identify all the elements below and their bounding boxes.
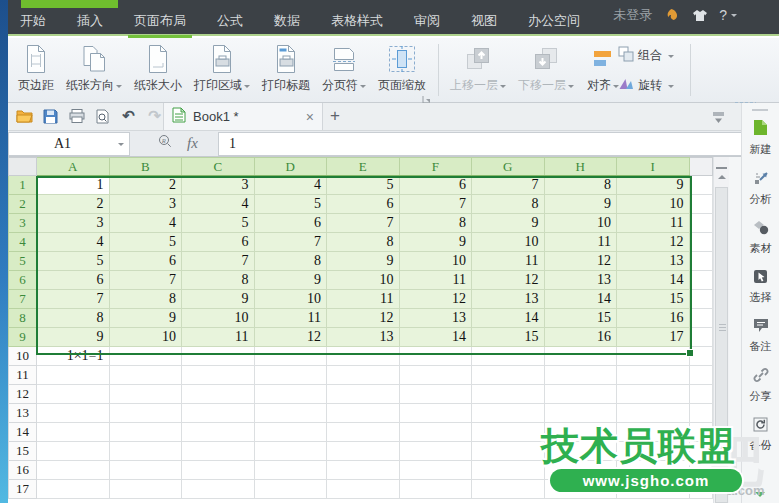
cell-A1[interactable]: 1	[37, 176, 110, 195]
cell-A16[interactable]	[37, 461, 110, 480]
cell-I7[interactable]: 15	[617, 290, 690, 309]
cell-H6[interactable]: 13	[544, 271, 617, 290]
cell-G14[interactable]	[472, 423, 545, 442]
cell-D2[interactable]: 5	[254, 195, 327, 214]
cell-I4[interactable]: 12	[617, 233, 690, 252]
row-header-13[interactable]: 13	[9, 404, 37, 423]
cell-partial[interactable]	[689, 233, 712, 252]
cell-D17[interactable]	[254, 480, 327, 499]
cell-A6[interactable]: 6	[37, 271, 110, 290]
new-tab-button[interactable]: +	[330, 106, 340, 126]
cell-C7[interactable]: 9	[182, 290, 255, 309]
cell-H2[interactable]: 9	[544, 195, 617, 214]
cell-H15[interactable]	[544, 442, 617, 461]
cell-C10[interactable]	[182, 347, 255, 366]
cell-F2[interactable]: 7	[399, 195, 472, 214]
menu-tab-6[interactable]: 表格样式	[329, 7, 385, 36]
cell-D10[interactable]	[254, 347, 327, 366]
cell-D16[interactable]	[254, 461, 327, 480]
col-header-partial[interactable]	[689, 158, 712, 176]
menu-tab-5[interactable]: 数据	[272, 7, 302, 36]
col-header-G[interactable]: G	[472, 158, 545, 176]
cell-B14[interactable]	[109, 423, 182, 442]
open-icon[interactable]	[16, 108, 33, 124]
cell-F9[interactable]: 14	[399, 328, 472, 347]
cell-I16[interactable]	[617, 461, 690, 480]
cell-A12[interactable]	[37, 385, 110, 404]
cell-G8[interactable]: 14	[472, 309, 545, 328]
cell-H14[interactable]	[544, 423, 617, 442]
col-header-D[interactable]: D	[254, 158, 327, 176]
cell-B5[interactable]: 6	[109, 252, 182, 271]
row-header-17[interactable]: 17	[9, 480, 37, 499]
search-magnifier-icon[interactable]: R	[158, 134, 173, 153]
cell-B3[interactable]: 4	[109, 214, 182, 233]
formula-input[interactable]: 1	[218, 132, 748, 156]
login-status[interactable]: 未登录	[613, 6, 652, 24]
cell-E17[interactable]	[327, 480, 400, 499]
cell-D11[interactable]	[254, 366, 327, 385]
cell-G7[interactable]: 13	[472, 290, 545, 309]
cell-B13[interactable]	[109, 404, 182, 423]
cell-A11[interactable]	[37, 366, 110, 385]
cell-B4[interactable]: 5	[109, 233, 182, 252]
col-header-A[interactable]: A	[37, 158, 110, 176]
cell-E16[interactable]	[327, 461, 400, 480]
cell-D5[interactable]: 8	[254, 252, 327, 271]
redo-icon[interactable]: ↷	[146, 108, 163, 124]
cell-G4[interactable]: 10	[472, 233, 545, 252]
cell-H11[interactable]	[544, 366, 617, 385]
menu-tab-2[interactable]: 插入	[75, 7, 105, 36]
cell-partial[interactable]	[689, 328, 712, 347]
cell-C3[interactable]: 5	[182, 214, 255, 233]
ribbon-button-print-title[interactable]: 打印标题	[256, 40, 316, 94]
cell-partial[interactable]	[689, 461, 712, 480]
cell-G9[interactable]: 15	[472, 328, 545, 347]
cell-H9[interactable]: 16	[544, 328, 617, 347]
cell-B6[interactable]: 7	[109, 271, 182, 290]
collapse-ribbon-icon[interactable]	[712, 110, 725, 128]
sidebar-item-backup[interactable]: 备份	[750, 417, 772, 453]
cell-I17[interactable]	[617, 480, 690, 499]
col-header-B[interactable]: B	[109, 158, 182, 176]
cell-E14[interactable]	[327, 423, 400, 442]
cell-A8[interactable]: 8	[37, 309, 110, 328]
cell-I12[interactable]	[617, 385, 690, 404]
cell-F4[interactable]: 9	[399, 233, 472, 252]
ribbon-button-paper-orientation[interactable]: 纸张方向	[60, 40, 128, 94]
cell-F13[interactable]	[399, 404, 472, 423]
cell-C6[interactable]: 8	[182, 271, 255, 290]
cell-partial[interactable]	[689, 404, 712, 423]
cell-G1[interactable]: 7	[472, 176, 545, 195]
group-button[interactable]: 组合	[618, 46, 674, 65]
print-icon[interactable]	[68, 108, 85, 124]
insert-function-icon[interactable]: fx	[187, 135, 198, 152]
cell-D13[interactable]	[254, 404, 327, 423]
cell-G12[interactable]	[472, 385, 545, 404]
cell-C1[interactable]: 3	[182, 176, 255, 195]
ribbon-button-page-break[interactable]: 分页符	[316, 40, 372, 94]
cell-F12[interactable]	[399, 385, 472, 404]
cell-C5[interactable]: 7	[182, 252, 255, 271]
cell-H4[interactable]: 11	[544, 233, 617, 252]
cell-F11[interactable]	[399, 366, 472, 385]
cell-G2[interactable]: 8	[472, 195, 545, 214]
cell-C11[interactable]	[182, 366, 255, 385]
help-button[interactable]: ?	[719, 7, 737, 23]
cell-I13[interactable]	[617, 404, 690, 423]
cell-D8[interactable]: 11	[254, 309, 327, 328]
cell-partial[interactable]	[689, 385, 712, 404]
cell-F10[interactable]	[399, 347, 472, 366]
save-icon[interactable]	[42, 108, 59, 124]
cell-B11[interactable]	[109, 366, 182, 385]
cell-partial[interactable]	[689, 366, 712, 385]
cell-partial[interactable]	[689, 271, 712, 290]
cell-G16[interactable]	[472, 461, 545, 480]
vertical-scrollbar[interactable]	[713, 157, 729, 503]
cell-F15[interactable]	[399, 442, 472, 461]
cell-G15[interactable]	[472, 442, 545, 461]
cell-H10[interactable]	[544, 347, 617, 366]
rotate-button[interactable]: 旋转	[618, 76, 674, 95]
clothes-icon[interactable]	[691, 7, 708, 23]
cell-I9[interactable]: 17	[617, 328, 690, 347]
